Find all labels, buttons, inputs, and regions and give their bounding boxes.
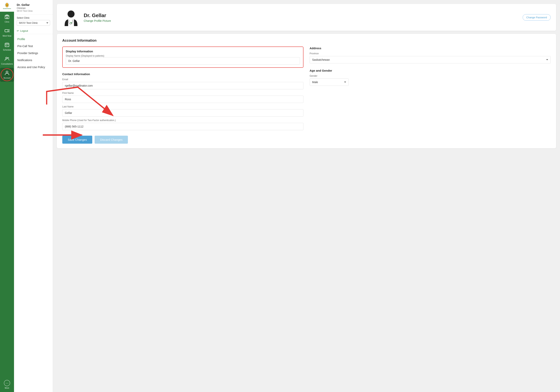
sask-logo-icon: Saskatchewan [3,2,11,9]
menu-item-notifications[interactable]: Notifications [14,57,53,64]
sidebar-item-account[interactable]: Account [0,68,14,82]
sidebar-item-clinic[interactable]: Clinic [0,12,14,26]
sidebar-item-clinic-label: Clinic [5,21,9,23]
svg-rect-8 [7,45,7,46]
address-label: Address [310,47,551,50]
display-info-box: Display Information Display Name (Displa… [62,47,303,68]
sidebar: Saskatchewan Clinic [0,0,14,392]
logout-icon: ↩ [17,29,19,32]
change-picture-link[interactable]: Change Profile Picture [84,19,111,22]
menu-item-access-policy[interactable]: Access and Use Policy [14,64,53,71]
profile-panel: Dr. Gellar Clinician SKVV Test Clinic Se… [14,0,53,392]
email-label: Email [62,78,303,81]
phone-label: Mobile Phone (Used for Two-Factor authen… [62,119,303,122]
schedule-icon [4,42,10,48]
age-gender-label: Age and Gender [310,69,551,72]
svg-point-11 [6,71,8,73]
email-group: Email [62,78,303,89]
gender-label: Gender [310,75,551,77]
sidebar-logo: Saskatchewan [0,0,14,12]
age-gender-section: Age and Gender Gender Male Female Other … [310,69,551,86]
last-name-group: Last Name [62,105,303,117]
discard-changes-button[interactable]: Discard Changes [95,136,128,144]
first-name-input[interactable] [62,96,303,103]
profile-name: Dr. Gellar [17,3,50,6]
left-column: Display Information Display Name (Displa… [62,47,303,130]
address-section: Address Province Saskatchewan Alberta Br… [310,47,551,63]
email-input[interactable] [62,82,303,89]
sidebar-item-account-label: Account [3,77,10,79]
display-name-sublabel: Display Name (Displayed to patients) [66,54,300,57]
profile-menu: Profile Pre-Call Test Provider Settings … [14,34,53,72]
account-section: Account Information Display Information … [57,34,556,148]
menu-item-pre-call-test[interactable]: Pre-Call Test [14,43,53,50]
svg-text:Saskatchewan: Saskatchewan [3,8,11,9]
doctor-name: Dr. Gellar [84,12,111,19]
logout-button[interactable]: ↩ Logout [14,28,53,34]
save-changes-button[interactable]: Save Changes [62,136,92,144]
phone-group: Mobile Phone (Used for Two-Factor authen… [62,119,303,130]
phone-input[interactable] [62,123,303,130]
last-name-input[interactable] [62,109,303,117]
svg-rect-5 [5,30,8,32]
gender-group: Gender Male Female Other Prefer not to s… [310,75,551,86]
change-password-button[interactable]: Change Password [523,14,551,21]
more-dots-icon: ··· [4,380,10,386]
svg-rect-14 [71,22,71,24]
menu-item-provider-settings[interactable]: Provider Settings [14,50,53,57]
form-grid: Display Information Display Name (Displa… [62,47,551,130]
doctor-avatar-svg [62,9,80,26]
contact-info-section: Contact Information Email First Name Las… [62,72,303,130]
meet-now-icon [4,28,10,34]
display-name-input[interactable] [66,57,300,65]
sidebar-item-meet-now-label: Meet Now [2,35,11,37]
svg-point-10 [8,57,9,59]
sidebar-item-schedule-label: Schedule [3,49,11,51]
province-label: Province [310,52,551,55]
form-actions: Save Changes Discard Changes [62,136,551,144]
sidebar-item-consultations-label: Consultations [1,63,13,65]
profile-clinic: SKVV Test Clinic [17,10,50,12]
display-info-label: Display Information [66,50,300,53]
svg-point-9 [6,57,7,59]
first-name-group: First Name [62,92,303,103]
logout-label: Logout [20,29,28,32]
sidebar-item-schedule[interactable]: Schedule [0,40,14,54]
sidebar-item-meet-now[interactable]: Meet Now [0,26,14,40]
section-title: Account Information [62,39,551,43]
right-column: Address Province Saskatchewan Alberta Br… [310,47,551,130]
sidebar-navigation: Clinic Meet Now [0,12,14,379]
profile-role: Clinician [17,7,50,10]
svg-point-12 [68,10,75,18]
last-name-label: Last Name [62,105,303,108]
main-content: Dr. Gellar Change Profile Picture Change… [53,0,560,392]
clinic-icon [4,14,10,20]
profile-info: Dr. Gellar Change Profile Picture [62,9,111,26]
more-label: More [5,387,9,389]
profile-card: Dr. Gellar Change Profile Picture Change… [57,4,556,31]
doctor-name-section: Dr. Gellar Change Profile Picture [84,12,111,22]
menu-item-profile[interactable]: Profile [14,36,53,43]
select-clinic-label: Select Clinic [14,15,53,20]
sidebar-item-consultations[interactable]: Consultations [0,54,14,68]
province-group: Province Saskatchewan Alberta British Co… [310,52,551,63]
doctor-avatar [62,9,80,26]
profile-header: Dr. Gellar Clinician SKVV Test Clinic [14,0,53,15]
first-name-label: First Name [62,92,303,94]
svg-rect-4 [6,17,8,19]
contact-info-label: Contact Information [62,72,303,76]
svg-rect-7 [6,45,6,46]
more-button[interactable]: ··· More [0,379,14,391]
province-select[interactable]: Saskatchewan Alberta British Columbia Ma… [310,56,551,63]
consultations-icon [4,56,10,62]
account-icon [4,70,10,76]
clinic-select[interactable]: SKVV Test Clinic [17,20,50,26]
gender-select[interactable]: Male Female Other Prefer not to say [310,79,349,86]
